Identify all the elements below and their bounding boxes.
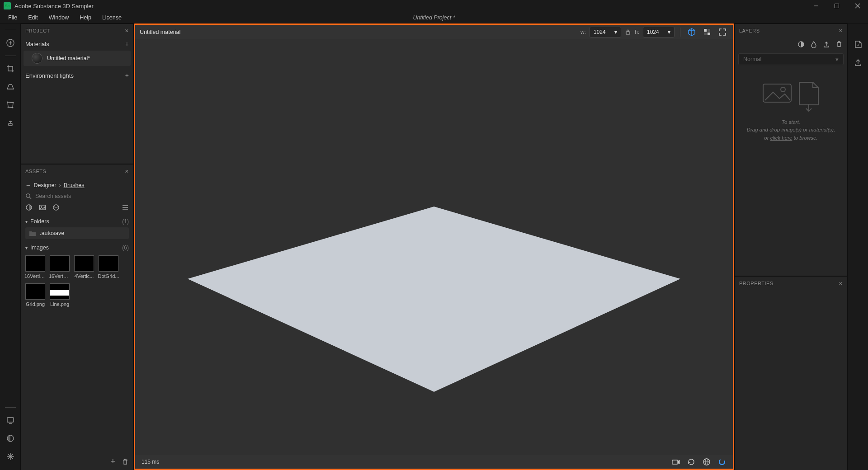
material-item-label: Untitled material*: [47, 55, 90, 61]
project-panel-close-icon[interactable]: ×: [125, 27, 129, 34]
viewport-canvas[interactable]: [135, 39, 733, 455]
svg-point-42: [781, 87, 785, 92]
project-panel-header: PROJECT ×: [21, 24, 133, 37]
assets-panel-header: ASSETS ×: [21, 164, 133, 178]
svg-point-11: [7, 107, 9, 108]
svg-point-9: [12, 102, 14, 103]
width-select[interactable]: 1024▾: [590, 27, 621, 38]
lock-icon[interactable]: [625, 29, 631, 35]
material-item[interactable]: Untitled material*: [24, 51, 131, 66]
assets-panel-close-icon[interactable]: ×: [125, 168, 129, 175]
svg-rect-30: [704, 29, 707, 32]
view-2d-icon[interactable]: [701, 26, 713, 38]
filter-images-icon[interactable]: [39, 204, 46, 211]
drop-click-here-link[interactable]: click here: [770, 135, 793, 141]
assets-delete-icon[interactable]: [122, 458, 129, 465]
height-value: 1024: [647, 29, 659, 35]
globe-grid-icon[interactable]: [702, 457, 711, 466]
project-panel-title: PROJECT: [25, 28, 50, 33]
assets-thumbnails: 16Vertic... 16VertS... 4Vertic... DotGri…: [25, 254, 129, 308]
thumb-preview: [99, 255, 118, 272]
thumb-caption: Line.png: [49, 301, 71, 307]
svg-point-10: [12, 107, 13, 108]
view-3d-icon[interactable]: [686, 26, 698, 38]
maximize-button[interactable]: [826, 0, 847, 12]
assets-filters: [25, 201, 129, 216]
blend-mode-value: Normal: [743, 56, 761, 62]
breadcrumb-leaf[interactable]: Brushes: [64, 182, 85, 188]
asset-thumb[interactable]: DotGrid...: [99, 255, 118, 279]
close-button[interactable]: [847, 0, 868, 12]
menu-window[interactable]: Window: [43, 13, 74, 23]
share-icon[interactable]: [850, 54, 866, 70]
asset-thumb[interactable]: Grid.png: [25, 283, 45, 307]
chevron-down-icon: ▾: [614, 29, 617, 35]
svg-line-21: [29, 197, 31, 199]
layer-delete-icon[interactable]: [835, 41, 843, 48]
folder-item[interactable]: .autosave: [25, 227, 129, 239]
snowflake-icon[interactable]: [2, 448, 19, 465]
menu-help[interactable]: Help: [74, 13, 97, 23]
filter-materials-icon[interactable]: [25, 204, 33, 211]
left-tool-rail: [0, 24, 21, 470]
main-layout: PROJECT × Materials + Untitled material*…: [0, 24, 868, 470]
thumb-preview: [50, 255, 70, 272]
asset-thumb[interactable]: 16VertS...: [50, 255, 70, 279]
monitor-icon[interactable]: [2, 412, 19, 428]
folder-item-label: .autosave: [40, 230, 64, 236]
breadcrumb-root[interactable]: Designer: [34, 182, 57, 188]
fullscreen-icon[interactable]: [717, 26, 728, 38]
svg-point-39: [719, 459, 725, 465]
refresh-icon[interactable]: [687, 457, 696, 466]
menu-license[interactable]: License: [97, 13, 127, 23]
search-placeholder: Search assets: [35, 193, 71, 199]
breadcrumb-back-icon[interactable]: ←: [25, 182, 31, 188]
properties-panel-close-icon[interactable]: ×: [839, 280, 843, 287]
crop-tool-icon[interactable]: [2, 61, 19, 77]
images-group[interactable]: ▾ Images (6): [25, 242, 129, 254]
assets-search[interactable]: Search assets: [25, 191, 129, 201]
search-icon: [25, 193, 32, 199]
menu-file[interactable]: File: [3, 13, 23, 23]
globe-moon-icon[interactable]: [2, 430, 19, 446]
layer-contrast-icon[interactable]: [797, 41, 805, 48]
add-material-icon[interactable]: +: [125, 40, 129, 47]
layer-export-icon[interactable]: [823, 41, 830, 48]
add-tool-icon[interactable]: [2, 35, 19, 51]
add-environment-icon[interactable]: +: [125, 72, 129, 79]
asset-thumb[interactable]: 4Vertic...: [74, 255, 94, 279]
minimize-button[interactable]: [806, 0, 826, 12]
layer-drop-icon[interactable]: [810, 41, 817, 48]
environment-section[interactable]: Environment lights +: [21, 69, 133, 82]
asset-thumb[interactable]: 16Vertic...: [25, 255, 45, 279]
blend-mode-select[interactable]: Normal ▾: [738, 53, 844, 65]
svg-marker-34: [188, 207, 680, 392]
window-controls: [806, 0, 868, 12]
camera-icon[interactable]: [671, 457, 680, 466]
thumb-caption: 16Vertic...: [24, 273, 46, 279]
height-select[interactable]: 1024▾: [643, 27, 675, 38]
assets-panel: ASSETS × ← Designer › Brushes Search ass…: [21, 164, 133, 470]
filter-list-icon[interactable]: [122, 204, 129, 211]
properties-panel: PROPERTIES ×: [735, 276, 847, 470]
viewport-top-bar: Untitled material w: 1024▾ h: 1024▾: [135, 25, 733, 39]
filter-env-icon[interactable]: [52, 204, 60, 211]
svg-rect-1: [835, 4, 839, 8]
drop-line3: or click here to browse.: [747, 134, 835, 142]
folders-group[interactable]: ▾ Folders (1): [25, 216, 129, 227]
loading-spinner-icon[interactable]: [717, 457, 726, 466]
layers-drop-zone[interactable]: To start, Drag and drop image(s) or mate…: [735, 67, 847, 151]
perspective-tool-icon[interactable]: [2, 79, 19, 95]
materials-label: Materials: [25, 41, 49, 47]
material-swatch-icon: [32, 53, 42, 64]
materials-section[interactable]: Materials +: [21, 37, 133, 51]
asset-thumb[interactable]: Line.png: [50, 283, 70, 307]
menu-edit[interactable]: Edit: [23, 13, 43, 23]
import-icon[interactable]: [850, 36, 866, 52]
clone-tool-icon[interactable]: [2, 115, 19, 131]
assets-add-icon[interactable]: +: [110, 457, 115, 466]
layers-panel-close-icon[interactable]: ×: [839, 27, 843, 34]
warp-tool-icon[interactable]: [2, 97, 19, 113]
thumb-caption: 16VertS...: [49, 273, 71, 279]
svg-point-20: [26, 194, 30, 197]
